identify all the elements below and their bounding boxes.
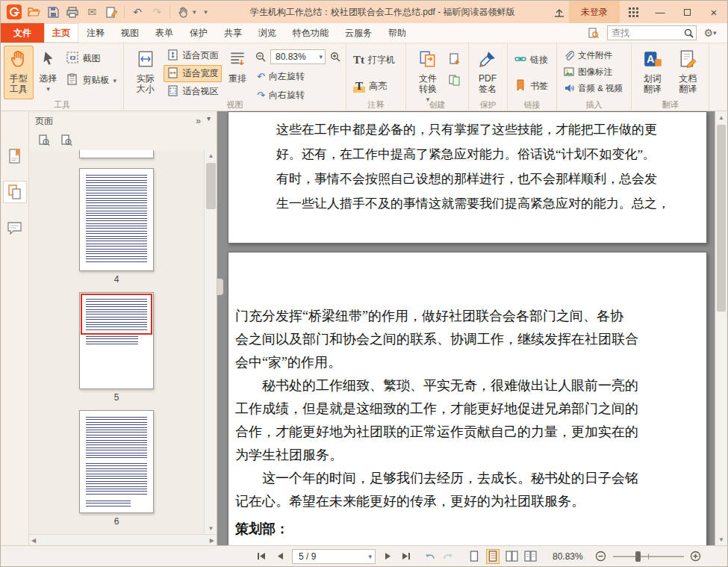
select-tool-button[interactable]: 选择 ▾ xyxy=(34,46,63,99)
page-thumbnail-6[interactable] xyxy=(79,410,154,513)
search-input[interactable] xyxy=(608,28,681,38)
maximize-button[interactable] xyxy=(673,1,700,23)
thumbnail-scrollbar[interactable]: ▲ ▼ xyxy=(204,150,217,534)
tab-share[interactable]: 共享 xyxy=(216,23,250,43)
scroll-left-icon[interactable]: ◀ xyxy=(31,537,36,544)
pdf-sign-button[interactable]: PDF签名 xyxy=(472,46,503,99)
next-page-button[interactable] xyxy=(381,549,394,564)
apps-grid-icon[interactable] xyxy=(620,1,647,23)
image-annotation-button[interactable]: 图像标注 xyxy=(560,65,626,79)
zoom-in-status-button[interactable] xyxy=(689,549,703,564)
customize-toolbar-caret[interactable]: ▾ xyxy=(197,3,215,21)
next-view-button[interactable] xyxy=(441,549,455,564)
panel-collapse-icon[interactable]: » xyxy=(196,116,201,126)
gear-icon[interactable]: ⚙▾ xyxy=(701,24,719,42)
audio-video-button[interactable]: 音频 & 视频 xyxy=(560,81,626,96)
document-scrollbar[interactable]: ▲ ▼ xyxy=(715,111,727,545)
scroll-down-icon[interactable]: ▼ xyxy=(205,523,217,534)
find-in-page-icon[interactable] xyxy=(585,24,603,42)
tab-comment[interactable]: 注释 xyxy=(78,23,113,43)
facing-page-mode-button[interactable] xyxy=(505,549,518,564)
fit-width-button[interactable]: 适合宽度 xyxy=(164,65,222,82)
doc-scroll-down-icon[interactable]: ▼ xyxy=(715,533,727,545)
fit-page-button[interactable]: 适合页面 xyxy=(164,47,222,64)
panel-menu-caret[interactable]: ▾ xyxy=(207,116,211,126)
previous-view-button[interactable] xyxy=(423,549,436,564)
thumbnail-viewport-indicator[interactable] xyxy=(81,294,152,335)
zoom-in-ribbon-icon[interactable] xyxy=(329,50,342,63)
tab-features[interactable]: 特色功能 xyxy=(284,23,337,43)
zoom-slider[interactable] xyxy=(613,549,684,564)
scroll-right-icon[interactable]: ▶ xyxy=(210,537,214,544)
tab-protect[interactable]: 保护 xyxy=(181,23,216,43)
close-button[interactable]: × xyxy=(700,1,727,23)
doc-translate-button[interactable]: 文档翻译 xyxy=(671,46,706,99)
panel-splitter-handle[interactable] xyxy=(217,279,223,295)
pages-panel-icon[interactable] xyxy=(4,182,26,202)
tab-file[interactable]: 文件 xyxy=(1,23,44,43)
tab-home[interactable]: 主页 xyxy=(44,23,78,43)
bookmark-button[interactable]: 书签 xyxy=(511,78,552,95)
actual-size-button[interactable]: 实际大小 xyxy=(127,46,164,99)
combine-files-icon[interactable] xyxy=(447,72,462,87)
single-page-mode-button[interactable] xyxy=(467,549,481,564)
scroll-up-icon[interactable]: ▲ xyxy=(205,150,217,161)
document-area[interactable]: 这些在工作中都是必备的，只有掌握了这些技能，才能把工作做的更 好。还有，在工作中… xyxy=(217,111,727,545)
thumbnail-hscrollbar[interactable]: ◀ ▶ xyxy=(29,534,217,545)
quick-hand-dropdown-caret[interactable]: ▾ xyxy=(193,9,196,15)
hand-tool-button[interactable]: 手型工具 xyxy=(4,46,34,99)
undo-icon[interactable]: ↶ xyxy=(128,3,146,21)
zoom-out-ribbon-icon[interactable] xyxy=(254,50,267,63)
tab-browse[interactable]: 浏览 xyxy=(250,23,284,43)
zoom-slider-knob[interactable] xyxy=(635,551,641,562)
zoom-out-status-button[interactable] xyxy=(594,549,608,564)
search-icon[interactable] xyxy=(682,26,695,40)
share-icon[interactable] xyxy=(550,3,568,21)
tab-form[interactable]: 表单 xyxy=(147,23,181,43)
doc-scroll-up-icon[interactable]: ▲ xyxy=(715,111,727,123)
open-file-icon[interactable] xyxy=(25,3,43,21)
previous-page-button[interactable] xyxy=(273,549,287,564)
page-thumbnail-partial[interactable] xyxy=(79,150,154,158)
save-icon[interactable] xyxy=(44,3,62,21)
enlarge-thumbnails-icon[interactable] xyxy=(60,134,73,147)
page-number-combobox[interactable]: 5 / 9 ▾ xyxy=(292,549,376,564)
edit-note-icon[interactable] xyxy=(102,3,120,21)
reduce-thumbnails-icon[interactable] xyxy=(37,134,51,147)
print-icon[interactable] xyxy=(63,3,81,21)
reflow-button[interactable]: 重排 xyxy=(222,46,253,99)
convert-button[interactable]: 文件转换 ▾ xyxy=(409,46,447,99)
scrollbar-thumb[interactable] xyxy=(206,163,216,209)
word-translate-button[interactable]: A 划词翻译 xyxy=(635,46,671,99)
minimize-button[interactable]: — xyxy=(647,1,673,23)
clipboard-button[interactable]: 剪贴板 ▾ xyxy=(63,72,120,89)
rotate-left-button[interactable]: ↶ 向左旋转 xyxy=(253,68,343,85)
audio-video-label: 音频 & 视频 xyxy=(578,83,623,94)
fit-visible-button[interactable]: 适合视区 xyxy=(164,83,222,100)
tab-help[interactable]: 帮助 xyxy=(380,23,414,43)
page-thumbnail-5[interactable] xyxy=(79,292,154,389)
quick-hand-tool-icon[interactable] xyxy=(174,3,192,21)
highlight-button[interactable]: T 高亮 xyxy=(349,78,399,95)
tab-view[interactable]: 视图 xyxy=(113,23,147,43)
page-thumbnail-4[interactable] xyxy=(79,168,154,271)
image-annotation-icon xyxy=(564,66,574,78)
redo-icon[interactable]: ↷ xyxy=(148,3,166,21)
zoom-combobox[interactable]: 80.83% ▾ xyxy=(270,49,326,64)
snapshot-button[interactable]: 截图 xyxy=(63,50,120,67)
link-button[interactable]: 链接 xyxy=(511,52,552,69)
create-blank-pdf-icon[interactable] xyxy=(447,52,462,66)
file-attachment-button[interactable]: 文件附件 xyxy=(560,49,626,63)
snapshot-label: 截图 xyxy=(82,52,100,65)
typewriter-button[interactable]: Tt 打字机 xyxy=(349,52,399,69)
bookmarks-panel-icon[interactable] xyxy=(4,146,26,167)
continuous-page-mode-button[interactable] xyxy=(486,549,500,564)
first-page-button[interactable] xyxy=(255,549,268,564)
doc-scrollbar-thumb[interactable] xyxy=(717,125,726,312)
continuous-facing-mode-button[interactable] xyxy=(523,549,537,564)
login-button[interactable]: 未登录 xyxy=(569,1,620,23)
last-page-button[interactable] xyxy=(399,549,413,564)
tab-cloud[interactable]: 云服务 xyxy=(337,23,380,43)
comments-panel-icon[interactable] xyxy=(4,217,26,238)
email-icon[interactable]: ✉ xyxy=(83,3,101,21)
